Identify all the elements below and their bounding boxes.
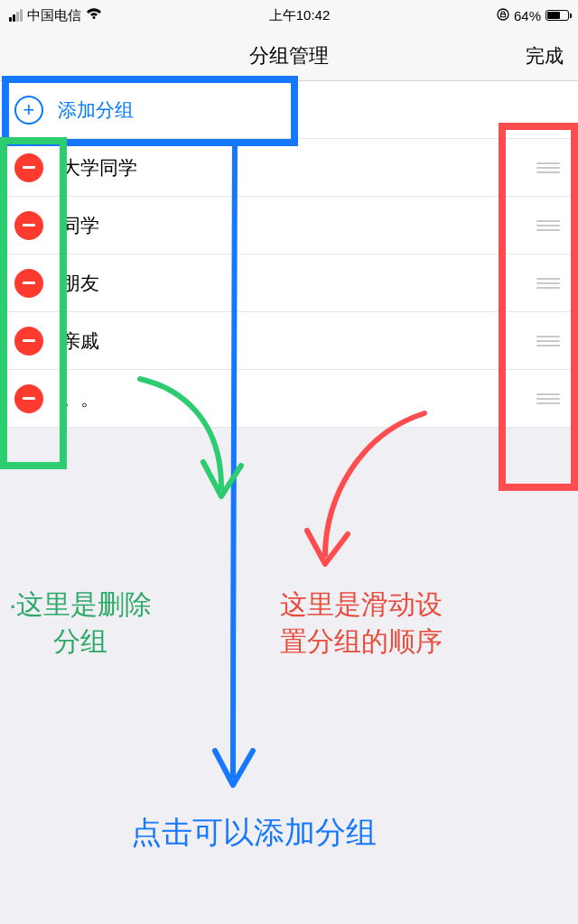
anno-delete-text: ·这里是删除 分组 bbox=[9, 587, 152, 660]
group-row: 。。 bbox=[0, 370, 578, 428]
status-bar: 中国电信 上午10:42 64% bbox=[0, 0, 578, 31]
battery-icon bbox=[545, 10, 569, 21]
nav-bar: 分组管理 完成 bbox=[0, 31, 578, 81]
battery-pct-label: 64% bbox=[514, 8, 541, 23]
group-list: + 添加分组 大学同学 同学 朋友 亲戚 。。 bbox=[0, 81, 578, 428]
drag-handle-icon[interactable] bbox=[536, 393, 560, 404]
add-group-label: 添加分组 bbox=[58, 97, 134, 123]
group-label: 大学同学 bbox=[61, 155, 536, 180]
wifi-icon bbox=[86, 7, 102, 23]
done-button[interactable]: 完成 bbox=[526, 43, 564, 69]
delete-button[interactable] bbox=[14, 327, 43, 356]
drag-handle-icon[interactable] bbox=[536, 220, 560, 231]
status-time: 上午10:42 bbox=[269, 7, 331, 24]
delete-button[interactable] bbox=[14, 153, 43, 182]
group-label: 亲戚 bbox=[61, 328, 536, 354]
delete-button[interactable] bbox=[14, 211, 43, 240]
plus-icon: + bbox=[14, 96, 43, 125]
group-label: 。。 bbox=[61, 386, 536, 411]
drag-handle-icon[interactable] bbox=[536, 162, 560, 173]
group-label: 同学 bbox=[61, 213, 536, 238]
page-title: 分组管理 bbox=[249, 42, 329, 69]
status-right: 64% bbox=[497, 8, 569, 23]
delete-button[interactable] bbox=[14, 384, 43, 413]
delete-button[interactable] bbox=[14, 269, 43, 298]
group-row: 大学同学 bbox=[0, 139, 578, 197]
anno-drag-text: 这里是滑动设 置分组的顺序 bbox=[280, 587, 443, 660]
add-group-row[interactable]: + 添加分组 bbox=[0, 81, 578, 139]
signal-icon bbox=[9, 9, 23, 22]
status-left: 中国电信 bbox=[9, 7, 102, 24]
group-row: 亲戚 bbox=[0, 312, 578, 370]
anno-add-text: 点击可以添加分组 bbox=[131, 812, 377, 854]
anno-red-arrow bbox=[325, 413, 424, 555]
group-label: 朋友 bbox=[61, 271, 536, 296]
group-row: 朋友 bbox=[0, 254, 578, 312]
drag-handle-icon[interactable] bbox=[536, 278, 560, 289]
lock-icon bbox=[497, 8, 509, 23]
carrier-label: 中国电信 bbox=[27, 7, 81, 24]
drag-handle-icon[interactable] bbox=[536, 336, 560, 346]
group-row: 同学 bbox=[0, 197, 578, 254]
